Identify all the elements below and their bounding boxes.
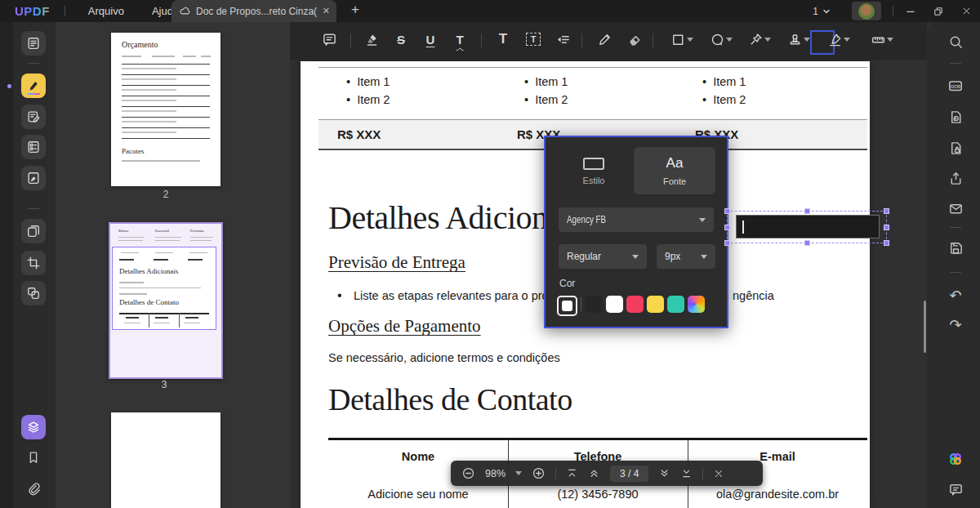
tab-close-icon[interactable]: ✕ bbox=[323, 6, 330, 16]
thumb3-col3: Premium bbox=[190, 229, 204, 233]
protect-icon[interactable] bbox=[947, 139, 964, 157]
color-swatch-white[interactable] bbox=[606, 296, 623, 313]
annotate-tool-icon[interactable] bbox=[21, 74, 46, 98]
page-number-2[interactable]: 2 bbox=[149, 189, 182, 200]
squiggly-underline-button[interactable]: T bbox=[447, 26, 473, 52]
resize-handle-w[interactable] bbox=[724, 225, 730, 230]
organize-pages-icon[interactable] bbox=[21, 219, 46, 243]
forms-icon[interactable] bbox=[21, 135, 46, 159]
chevron-down-icon bbox=[699, 218, 706, 222]
first-page-icon[interactable] bbox=[566, 467, 578, 479]
chevron-down-icon[interactable] bbox=[764, 38, 771, 42]
chevron-down-icon[interactable] bbox=[887, 38, 893, 42]
note-comment-button[interactable] bbox=[316, 26, 342, 52]
viewport-indicator: Detalhes Adicionais Detalhes de Contato bbox=[112, 247, 216, 330]
new-tab-button[interactable]: + bbox=[346, 2, 364, 18]
attachment-icon[interactable] bbox=[25, 480, 42, 497]
email-icon[interactable] bbox=[947, 199, 964, 217]
textbox-selection[interactable] bbox=[727, 211, 887, 243]
menu-arquivo[interactable]: Arquivo bbox=[83, 3, 129, 19]
thumbnail-page-2[interactable]: Orçamento Pacotes bbox=[111, 33, 220, 186]
zoom-level[interactable]: 98% bbox=[485, 468, 506, 479]
updf-logo: UPDF bbox=[15, 4, 50, 18]
last-page-icon[interactable] bbox=[680, 467, 693, 479]
reader-mode-icon[interactable] bbox=[21, 31, 46, 56]
next-page-icon[interactable] bbox=[658, 467, 670, 479]
previous-page-icon[interactable] bbox=[588, 467, 600, 479]
resize-handle-n[interactable] bbox=[804, 208, 810, 214]
document-tab[interactable]: Doc de Propos...reto Cinza(1) ✕ bbox=[172, 0, 336, 22]
thumbnail-page-3[interactable]: Básico Essencial Premium Detalhes Adicio… bbox=[109, 222, 223, 379]
bookmark-icon[interactable] bbox=[25, 449, 42, 466]
strikethrough-button[interactable]: S bbox=[388, 26, 414, 52]
resize-handle-se[interactable] bbox=[884, 240, 889, 246]
marker-color-stripe bbox=[27, 93, 40, 96]
close-zoombar-icon[interactable] bbox=[713, 468, 724, 479]
resize-handle-nw[interactable] bbox=[724, 208, 730, 214]
account-button[interactable] bbox=[852, 2, 881, 20]
bullet-text-start: Liste as etapas relevantes para o pro bbox=[354, 289, 549, 302]
minimize-button[interactable] bbox=[897, 0, 924, 22]
resize-handle-s[interactable] bbox=[804, 240, 810, 246]
thumbnail-page-4[interactable] bbox=[111, 412, 220, 508]
redo-icon[interactable]: ↷ bbox=[947, 316, 964, 334]
ocr-icon[interactable]: OCR bbox=[947, 77, 964, 95]
feedback-icon[interactable] bbox=[947, 480, 964, 498]
chevron-down-icon[interactable] bbox=[804, 38, 810, 42]
color-swatch-black[interactable] bbox=[586, 296, 603, 313]
table-rule bbox=[318, 67, 867, 68]
zoom-in-icon[interactable] bbox=[532, 466, 546, 480]
eraser-button[interactable] bbox=[621, 26, 648, 52]
window-count-dropdown[interactable]: 1 bbox=[813, 6, 831, 17]
font-family-dropdown[interactable]: Agency FB bbox=[559, 207, 714, 232]
maximize-button[interactable] bbox=[924, 0, 952, 22]
close-window-button[interactable] bbox=[952, 0, 980, 22]
sign-icon[interactable] bbox=[21, 166, 46, 190]
chevron-down-icon[interactable] bbox=[515, 471, 522, 475]
pencil-button[interactable] bbox=[591, 26, 617, 52]
ai-assistant-icon[interactable] bbox=[947, 450, 964, 468]
resize-handle-e[interactable] bbox=[884, 225, 889, 230]
current-color-swatch[interactable] bbox=[557, 296, 577, 316]
underline-button[interactable]: U bbox=[417, 26, 443, 52]
text-input-area[interactable] bbox=[736, 215, 880, 238]
save-icon[interactable] bbox=[947, 238, 964, 256]
highlighter-button[interactable] bbox=[359, 26, 385, 52]
ai-layers-icon[interactable] bbox=[21, 415, 46, 439]
color-swatch-rainbow[interactable] bbox=[688, 296, 705, 313]
tab-fonte[interactable]: Aa Fonte bbox=[634, 147, 715, 194]
viewer-scrollbar[interactable] bbox=[924, 301, 926, 353]
text-comment-button[interactable]: T bbox=[490, 26, 516, 52]
convert-icon[interactable] bbox=[21, 281, 46, 305]
compress-icon[interactable] bbox=[947, 108, 964, 126]
color-swatch-pink[interactable] bbox=[626, 296, 644, 313]
resize-handle-sw[interactable] bbox=[724, 240, 730, 246]
edit-pdf-icon[interactable] bbox=[21, 105, 46, 129]
price-1: R$ XXX bbox=[337, 127, 381, 141]
resize-handle-ne[interactable] bbox=[884, 208, 889, 214]
crop-pages-icon[interactable] bbox=[21, 251, 46, 275]
undo-icon[interactable]: ↶ bbox=[947, 287, 964, 305]
thumb3-heading2: Detalhes de Contato bbox=[119, 298, 179, 306]
share-icon[interactable] bbox=[947, 169, 964, 187]
text-box-button[interactable]: T bbox=[520, 26, 546, 52]
thumbnail-panel: Orçamento Pacotes 2 Básico Essencial Pre… bbox=[56, 22, 290, 508]
search-icon[interactable] bbox=[947, 33, 964, 51]
rail-divider bbox=[950, 272, 961, 273]
font-size-dropdown[interactable]: 9px bbox=[657, 244, 715, 269]
color-swatch-yellow[interactable] bbox=[647, 296, 664, 313]
zoom-out-icon[interactable] bbox=[461, 466, 475, 480]
callout-button[interactable] bbox=[550, 26, 576, 52]
chevron-down-icon[interactable] bbox=[726, 38, 733, 42]
bullet-text-end: ngência bbox=[733, 289, 774, 302]
cloud-icon bbox=[178, 5, 190, 17]
page-number-3[interactable]: 3 bbox=[148, 379, 180, 390]
chevron-down-icon[interactable] bbox=[687, 38, 693, 42]
page-indicator[interactable]: 3 / 4 bbox=[610, 466, 648, 482]
text-cursor bbox=[742, 221, 744, 234]
toolbar-divider bbox=[581, 33, 582, 48]
chevron-down-icon[interactable] bbox=[844, 38, 850, 42]
font-style-dropdown[interactable]: Regular bbox=[559, 244, 647, 269]
color-swatch-teal[interactable] bbox=[667, 296, 684, 313]
tab-estilo[interactable]: Estilo bbox=[557, 147, 630, 194]
